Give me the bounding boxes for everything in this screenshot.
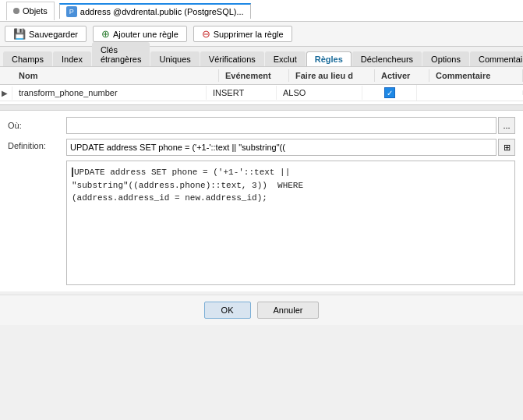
- tab-declencheurs[interactable]: Déclencheurs: [352, 51, 422, 66]
- add-label: Ajouter une règle: [113, 30, 178, 39]
- tab-index[interactable]: Index: [53, 51, 91, 66]
- header-activer: Activer: [375, 69, 429, 82]
- ou-input[interactable]: [66, 117, 496, 134]
- add-icon: ⊕: [101, 29, 110, 39]
- row-activer: ✓: [362, 85, 417, 101]
- tab-exclut[interactable]: Exclut: [265, 51, 306, 66]
- tab-regles[interactable]: Règles: [306, 51, 352, 66]
- title-bar: Objets P address @dvdrental.public (Post…: [0, 0, 523, 22]
- code-cursor: [72, 168, 73, 177]
- ok-button[interactable]: OK: [204, 302, 251, 319]
- tab-champs[interactable]: Champs: [3, 51, 52, 66]
- delete-rule-button[interactable]: ⊖ Supprimer la règle: [193, 26, 292, 42]
- ou-label: Où:: [8, 121, 66, 130]
- separator: [0, 104, 523, 111]
- tab-options[interactable]: Options: [422, 51, 469, 66]
- content-area: Nom Evénement Faire au lieu d Activer Co…: [0, 67, 523, 291]
- tab-uniques[interactable]: Uniques: [150, 51, 199, 66]
- row-faire: ALSO: [277, 86, 362, 100]
- definition-expand-button[interactable]: ⊞: [498, 139, 515, 156]
- header-nom: Nom: [12, 69, 219, 82]
- row-commentaire: [417, 90, 523, 95]
- toolbar: 💾 Sauvegarder ⊕ Ajouter une règle ⊖ Supp…: [0, 22, 523, 47]
- add-rule-button[interactable]: ⊕ Ajouter une règle: [93, 26, 187, 42]
- ou-row: Où: ...: [8, 117, 515, 134]
- ou-browse-button[interactable]: ...: [498, 117, 515, 134]
- header-evenement: Evénement: [219, 69, 289, 82]
- checkbox-activer[interactable]: ✓: [384, 87, 395, 98]
- table-header: Nom Evénement Faire au lieu d Activer Co…: [0, 67, 523, 85]
- dialog-footer: OK Annuler: [0, 295, 523, 325]
- row-nom: transform_phone_number: [12, 86, 207, 100]
- definition-short-text: UPDATE address SET phone = ('+1-'::text …: [66, 139, 496, 156]
- definition-label: Definition:: [8, 139, 66, 150]
- main-tab-label: address @dvdrental.public (PostgreSQL)..…: [80, 7, 244, 16]
- db-icon: P: [66, 6, 77, 17]
- objects-tab-label: Objets: [23, 6, 48, 16]
- header-commentaire: Commentaire: [429, 69, 523, 82]
- row-arrow-icon: ▶: [0, 86, 12, 100]
- objects-tab[interactable]: Objets: [6, 2, 55, 20]
- definition-row: Definition: UPDATE address SET phone = (…: [8, 139, 515, 156]
- save-label: Sauvegarder: [29, 30, 78, 39]
- delete-label: Supprimer la règle: [214, 30, 284, 39]
- save-icon: 💾: [13, 29, 26, 39]
- save-button[interactable]: 💾 Sauvegarder: [5, 26, 87, 42]
- row-evenement: INSERT: [207, 86, 277, 100]
- header-faire: Faire au lieu d: [289, 69, 375, 82]
- form-section: Où: ... Definition: UPDATE address SET p…: [0, 111, 523, 291]
- nav-tabs: Champs Index Clés étrangères Uniques Vér…: [0, 47, 523, 67]
- definition-content: UPDATE address SET phone = ('+1-'::text …: [66, 139, 515, 156]
- tab-cles-etrangeres[interactable]: Clés étrangères: [92, 42, 150, 66]
- cancel-button[interactable]: Annuler: [257, 302, 320, 319]
- main-tab[interactable]: P address @dvdrental.public (PostgreSQL)…: [59, 3, 251, 19]
- definition-code-editor[interactable]: UPDATE address SET phone = ('+1-'::text …: [66, 161, 515, 285]
- tab-commentaire[interactable]: Commentaire: [470, 51, 523, 66]
- ou-input-group: ...: [66, 117, 515, 134]
- definition-single-line: UPDATE address SET phone = ('+1-'::text …: [66, 139, 515, 156]
- table-row[interactable]: ▶ transform_phone_number INSERT ALSO ✓: [0, 85, 523, 101]
- tab-verifications[interactable]: Vérifications: [200, 51, 264, 66]
- objects-dot-icon: [13, 8, 19, 14]
- delete-icon: ⊖: [202, 29, 210, 39]
